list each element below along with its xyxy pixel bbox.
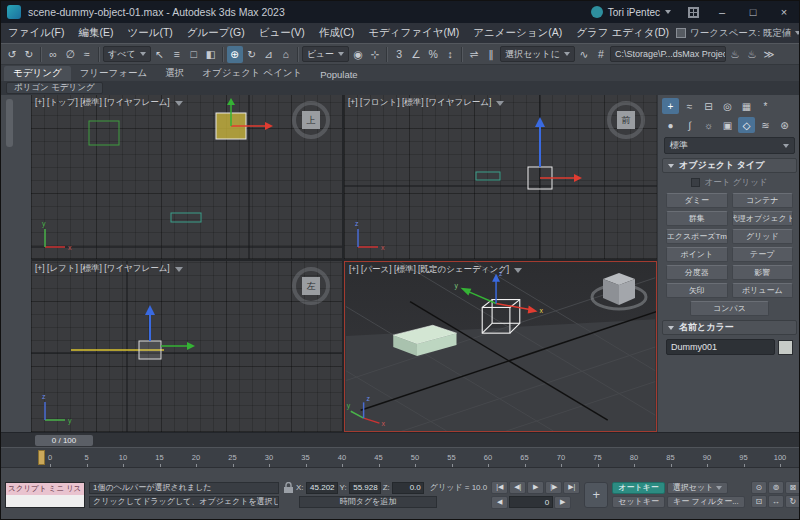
- autogrid-checkbox[interactable]: [691, 178, 700, 187]
- viewport-filter-icon[interactable]: [175, 267, 183, 272]
- macro-recorder-pane[interactable]: スクリプト ミニ リス: [6, 483, 84, 495]
- helpers-category-icon[interactable]: ◇: [738, 117, 755, 133]
- ribbon-tab[interactable]: オブジェクト ペイント: [193, 66, 311, 81]
- viewport-left[interactable]: [+] [レフト] [標準] [ワイヤフレーム] 左: [31, 261, 342, 432]
- geometry-category-icon[interactable]: ●: [662, 117, 679, 133]
- use-pivot-point-icon[interactable]: ◉: [350, 46, 366, 63]
- menu-item[interactable]: アニメーション(A): [466, 26, 569, 40]
- x-coordinate-field[interactable]: 45.202: [306, 482, 338, 494]
- current-frame-field[interactable]: 0: [509, 496, 553, 508]
- add-time-tag-field[interactable]: 時間タグを追加: [299, 496, 437, 508]
- select-and-link-icon[interactable]: ∞: [45, 46, 61, 63]
- curve-editor-icon[interactable]: ∿: [576, 46, 592, 63]
- next-key-icon[interactable]: ▶: [554, 496, 571, 509]
- account-menu[interactable]: Tori iPentec: [582, 1, 680, 23]
- select-and-scale-icon[interactable]: ⊿: [261, 46, 277, 63]
- key-filters-button[interactable]: キー フィルター...: [667, 496, 745, 508]
- menu-item[interactable]: モディファイヤ(M): [361, 26, 466, 40]
- pan-icon[interactable]: ↔: [768, 495, 784, 508]
- z-coordinate-field[interactable]: 0.0: [392, 482, 424, 494]
- viewport-perspective[interactable]: [+] [パース] [標準] [既定のシェーディング]: [344, 261, 657, 432]
- viewport-front-label[interactable]: [+] [フロント] [標準] [ワイヤフレーム]: [348, 97, 504, 109]
- viewport-label-text[interactable]: [+] [トップ] [標準] [ワイヤフレーム]: [35, 97, 170, 109]
- select-and-move-icon[interactable]: ⊕: [227, 46, 243, 63]
- menu-item[interactable]: グラフ エディタ(D): [569, 26, 676, 40]
- time-slider-track[interactable]: 0 / 100: [1, 432, 799, 447]
- rollout-object-type[interactable]: オブジェクト タイプ: [662, 158, 797, 173]
- motion-tab-icon[interactable]: ◎: [719, 98, 736, 114]
- next-frame-icon[interactable]: |▶: [545, 481, 562, 494]
- redo-icon[interactable]: ↻: [21, 46, 37, 63]
- viewport-left-label[interactable]: [+] [レフト] [標準] [ワイヤフレーム]: [35, 263, 183, 275]
- viewcube[interactable]: [588, 266, 650, 318]
- reference-coordinate-dropdown[interactable]: ビュー: [302, 46, 349, 62]
- object-type-button[interactable]: コンテナ: [732, 193, 794, 208]
- named-selection-sets-dropdown[interactable]: 選択セットに: [500, 46, 575, 62]
- menu-item[interactable]: 編集(E): [71, 26, 120, 40]
- object-type-button[interactable]: テープ: [732, 247, 794, 262]
- project-folder-field[interactable]: C:\Storage\P...dsMax Project: [610, 46, 726, 62]
- viewcube-face[interactable]: 前: [617, 111, 635, 129]
- zoom-region-icon[interactable]: ⊡: [751, 495, 767, 508]
- auto-key-button[interactable]: オートキー: [612, 482, 665, 494]
- set-key-mode-button[interactable]: セットキー: [612, 496, 665, 508]
- previous-frame-icon[interactable]: ◀|: [509, 481, 526, 494]
- object-type-button[interactable]: ボリューム: [732, 283, 794, 298]
- space-warps-category-icon[interactable]: ≋: [757, 117, 774, 133]
- menu-item[interactable]: グループ(G): [180, 26, 252, 40]
- modify-tab-icon[interactable]: ≈: [681, 98, 698, 114]
- previous-key-icon[interactable]: ◀: [491, 496, 508, 509]
- schematic-view-icon[interactable]: #: [593, 46, 609, 63]
- object-type-button[interactable]: コンパス: [690, 301, 769, 316]
- go-to-end-icon[interactable]: ▶|: [563, 481, 580, 494]
- menu-item[interactable]: ツール(T): [120, 26, 179, 40]
- object-type-button[interactable]: 代理オブジェクト: [732, 211, 794, 226]
- align-icon[interactable]: ∥: [483, 46, 499, 63]
- maxscript-mini-listener[interactable]: スクリプト ミニ リス: [5, 482, 85, 508]
- object-type-button[interactable]: エクスポーズTm: [666, 229, 728, 244]
- window-crossing-icon[interactable]: ◧: [203, 46, 219, 63]
- ribbon-tab[interactable]: モデリング: [4, 66, 71, 81]
- gutter-scrollbar[interactable]: [6, 99, 13, 147]
- viewcube[interactable]: 上: [292, 101, 330, 139]
- select-and-rotate-icon[interactable]: ↻: [244, 46, 260, 63]
- menu-item[interactable]: ビュー(V): [252, 26, 312, 40]
- unlink-selection-icon[interactable]: ∅: [62, 46, 78, 63]
- object-type-button[interactable]: 影響: [732, 265, 794, 280]
- ribbon-tab[interactable]: フリーフォーム: [71, 66, 157, 81]
- select-object-icon[interactable]: ↖: [152, 46, 168, 63]
- minimize-icon[interactable]: –: [707, 1, 737, 23]
- object-type-button[interactable]: 群集: [666, 211, 728, 226]
- render-production-icon[interactable]: ♨: [744, 46, 760, 63]
- viewport-top-label[interactable]: [+] [トップ] [標準] [ワイヤフレーム]: [35, 97, 183, 109]
- zoom-all-icon[interactable]: ⊚: [768, 481, 784, 494]
- time-slider-handle[interactable]: 0 / 100: [35, 435, 93, 446]
- object-type-button[interactable]: 分度器: [666, 265, 728, 280]
- viewport-filter-icon[interactable]: [514, 268, 522, 273]
- orbit-icon[interactable]: ↻: [785, 495, 800, 508]
- viewcube[interactable]: 左: [292, 267, 330, 305]
- spinner-snap-icon[interactable]: ↕: [442, 46, 458, 63]
- select-and-manipulate-icon[interactable]: ⊹: [367, 46, 383, 63]
- mirror-icon[interactable]: ⇌: [466, 46, 482, 63]
- object-type-button[interactable]: グリッド: [732, 229, 794, 244]
- set-keys-button[interactable]: +: [584, 482, 608, 508]
- listener-pane[interactable]: [6, 495, 84, 507]
- go-to-start-icon[interactable]: |◀: [491, 481, 508, 494]
- viewport-label-text[interactable]: [+] [フロント] [標準] [ワイヤフレーム]: [348, 97, 491, 109]
- close-icon[interactable]: ×: [769, 1, 799, 23]
- maximize-icon[interactable]: □: [738, 1, 768, 23]
- snaps-toggle-icon[interactable]: 3: [391, 46, 407, 63]
- viewcube[interactable]: 前: [607, 101, 645, 139]
- ribbon-tab[interactable]: 選択: [156, 66, 193, 81]
- menu-item[interactable]: 作成(C): [312, 26, 362, 40]
- object-name-input[interactable]: Dummy001: [666, 339, 775, 355]
- workspace-selector[interactable]: ワークスペース: 既定値: [676, 27, 800, 40]
- bind-to-space-warp-icon[interactable]: ≈: [79, 46, 95, 63]
- create-tab-icon[interactable]: +: [662, 98, 679, 114]
- percent-snap-icon[interactable]: %: [425, 46, 441, 63]
- viewport-filter-icon[interactable]: [175, 101, 183, 106]
- display-tab-icon[interactable]: ▦: [738, 98, 755, 114]
- workspace-grid-icon[interactable]: [688, 7, 699, 18]
- selection-set-dropdown[interactable]: 選択セット: [667, 482, 729, 494]
